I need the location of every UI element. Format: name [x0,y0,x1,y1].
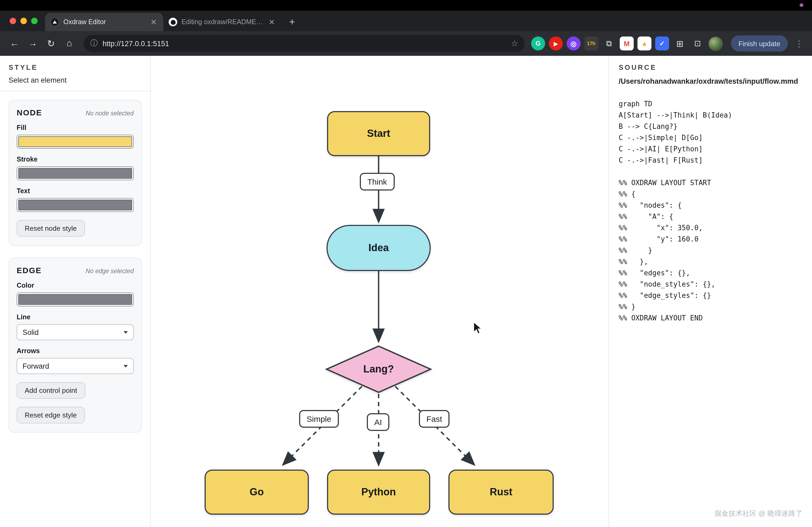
code-line: A[Start] -->|Think| B(Idea) [619,109,802,121]
grammarly-icon[interactable]: G [531,36,545,50]
reset-node-style-button[interactable]: Reset node style [17,220,85,237]
code-line [619,166,802,177]
browser-toolbar: ← → ↻ ⌂ ⓘ http://127.0.0.1:5151 ☆ G ▶ ◎ … [0,31,812,56]
code-line: %% }, [619,256,802,267]
window-cursor-icon[interactable]: ⊡ [691,36,705,50]
watermark-text: 掘金技术社区 @ 晓得迷路了 [714,509,802,518]
github-favicon-icon [169,18,177,26]
tab-github-readme[interactable]: Editing oxdraw/README.md a ✕ [163,13,281,31]
edge-color-value [18,294,132,305]
node-fill-color-input[interactable] [17,135,134,149]
fill-label: Fill [17,124,134,132]
edge-label-text: AI [374,418,382,427]
code-line: %% OXDRAW LAYOUT START [619,177,802,189]
code-line: %% } [619,301,802,312]
node-idea[interactable]: Idea [327,225,431,271]
code-line: C -.->|Simple| D[Go] [619,132,802,143]
node-start[interactable]: Start [327,111,430,156]
line-label: Line [17,313,134,321]
address-bar[interactable]: ⓘ http://127.0.0.1:5151 ☆ [84,35,525,52]
cast-icon[interactable]: ◎ [567,36,581,50]
extensions-puzzle-icon[interactable]: ⊞ [673,36,687,50]
code-line: %% "node_styles": {}, [619,278,802,290]
tab-strip: Oxdraw Editor ✕ Editing oxdraw/README.md… [0,11,812,31]
code-line: C -.->|Fast| F[Rust] [619,154,802,166]
edge-label-text: Fast [426,414,442,423]
screen: Oxdraw Editor ✕ Editing oxdraw/README.md… [0,0,812,527]
mermaid-source-code: graph TD A[Start] -->|Think| B(Idea) B -… [619,98,802,323]
node-lang[interactable]: Lang? [325,345,432,394]
node-go[interactable]: Go [205,470,309,515]
line-style-select[interactable]: Solid [17,324,134,340]
arrows-value: Forward [23,362,49,370]
diagram-canvas[interactable]: Start Think Idea Lang? Simple AI Fa [151,56,608,527]
code-line: %% } [619,245,802,256]
oxdraw-favicon-icon [50,18,59,26]
url-text[interactable]: http://127.0.0.1:5151 [103,40,506,47]
timer-extension-icon[interactable]: 17h [584,36,598,50]
code-line: %% OXDRAW LAYOUT END [619,312,802,323]
source-panel-title: SOURCE [619,63,802,71]
gmail-icon[interactable]: M [620,36,634,50]
node-stroke-color-input[interactable] [17,166,134,180]
notification-dot [800,3,803,7]
edge-color-input[interactable] [17,292,134,306]
maximize-window-button[interactable] [31,18,38,24]
code-line: %% "x": 350.0, [619,222,802,234]
node-text-color-input[interactable] [17,198,134,212]
photos-icon[interactable]: ▲ [637,36,651,50]
edge-label-fast[interactable]: Fast [419,410,450,428]
color-label: Color [17,282,134,289]
new-tab-button[interactable]: + [285,15,300,30]
code-line: %% "y": 160.0 [619,234,802,245]
edge-label-simple[interactable]: Simple [299,410,339,428]
edge-card-title: EDGE [17,266,42,275]
edge-label-think[interactable]: Think [360,173,394,191]
text-label: Text [17,187,134,195]
youtube-icon[interactable]: ▶ [549,36,563,50]
add-control-point-button[interactable]: Add control point [17,382,85,399]
back-button[interactable]: ← [6,35,23,51]
node-label: Rust [490,486,512,498]
home-button[interactable]: ⌂ [61,35,77,51]
mouse-cursor [473,321,484,335]
titlebar [0,0,812,11]
profile-avatar[interactable] [708,36,723,51]
code-line: %% "nodes": { [619,200,802,211]
source-file-path: /Users/rohanadwankar/oxdraw/tests/input/… [619,77,802,86]
forward-button[interactable]: → [25,35,41,51]
node-rust[interactable]: Rust [448,470,554,515]
tab-close-icon[interactable]: ✕ [268,18,276,26]
node-label: Lang? [363,363,394,375]
edge-card-status: No edge selected [86,268,134,274]
tab-title: Editing oxdraw/README.md a [182,18,263,26]
style-panel-title: STYLE [9,63,142,71]
traffic-lights [8,11,45,31]
edge-label-ai[interactable]: AI [367,413,389,431]
edge-style-card: EDGE No edge selected Color Line Solid A… [9,258,142,433]
tab-oxdraw-editor[interactable]: Oxdraw Editor ✕ [45,13,163,31]
node-text-color-value [18,200,132,210]
code-line: graph TD [619,98,802,109]
bookmark-star-icon[interactable]: ☆ [511,39,518,48]
edge-label-text: Think [367,177,387,186]
close-window-button[interactable] [10,18,16,24]
reload-button[interactable]: ↻ [43,35,59,51]
node-label: Go [250,486,264,498]
code-line: %% "edge_styles": {} [619,290,802,301]
code-line: %% "edges": {}, [619,267,802,278]
node-python[interactable]: Python [327,470,430,515]
node-fill-color-value [18,136,132,147]
edge-label-text: Simple [307,414,331,423]
arrows-select[interactable]: Forward [17,358,134,374]
style-panel-subtitle: Select an element [9,76,142,84]
copy-icon[interactable]: ⧉ [602,36,616,50]
minimize-window-button[interactable] [20,18,27,24]
reset-edge-style-button[interactable]: Reset edge style [17,407,85,423]
style-panel: STYLE Select an element NODE No node sel… [0,56,151,527]
finish-update-button[interactable]: Finish update [731,35,788,51]
tab-close-icon[interactable]: ✕ [149,18,158,26]
site-info-icon[interactable]: ⓘ [90,39,98,48]
browser-menu-icon[interactable]: ⋮ [792,39,806,48]
docs-check-icon[interactable]: ✓ [655,36,669,50]
